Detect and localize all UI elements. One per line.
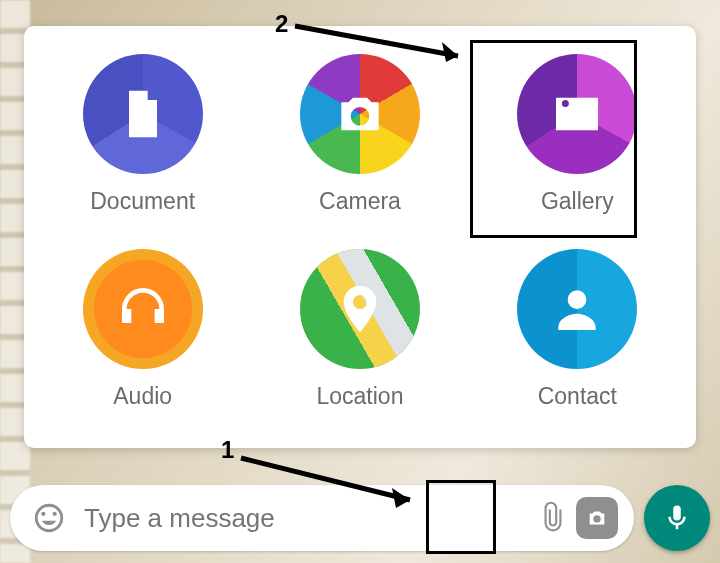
emoji-button[interactable] — [26, 495, 72, 541]
headphones-icon — [83, 249, 203, 369]
smile-icon — [32, 501, 66, 535]
message-input[interactable] — [72, 503, 530, 534]
attach-audio-button[interactable]: Audio — [34, 249, 251, 410]
voice-record-button[interactable] — [644, 485, 710, 551]
attach-camera-button[interactable]: Camera — [251, 54, 468, 215]
microphone-icon — [662, 503, 692, 533]
attach-document-label: Document — [90, 188, 195, 215]
message-input-row — [10, 485, 710, 551]
camera-icon — [300, 54, 420, 174]
attach-location-label: Location — [317, 383, 404, 410]
attach-button[interactable] — [530, 495, 576, 541]
attach-contact-label: Contact — [538, 383, 617, 410]
attach-camera-label: Camera — [319, 188, 401, 215]
camera-small-icon — [586, 507, 608, 529]
attach-gallery-button[interactable]: Gallery — [469, 54, 686, 215]
attach-location-button[interactable]: Location — [251, 249, 468, 410]
paperclip-icon — [536, 501, 570, 535]
gallery-icon — [517, 54, 637, 174]
attach-audio-label: Audio — [113, 383, 172, 410]
attachment-panel: Document Camera Gallery Audio Location C… — [24, 26, 696, 448]
document-icon — [83, 54, 203, 174]
person-icon — [517, 249, 637, 369]
location-pin-icon — [300, 249, 420, 369]
message-input-pill — [10, 485, 634, 551]
attach-document-button[interactable]: Document — [34, 54, 251, 215]
attach-contact-button[interactable]: Contact — [469, 249, 686, 410]
attach-gallery-label: Gallery — [541, 188, 614, 215]
camera-button[interactable] — [576, 497, 618, 539]
